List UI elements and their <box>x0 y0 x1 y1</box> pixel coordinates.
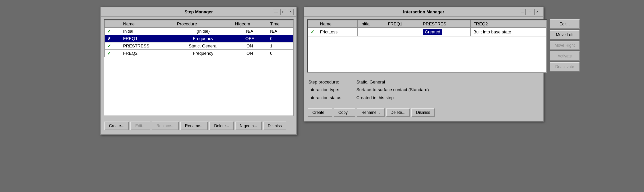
step-row-procedure: Static, General <box>174 42 232 50</box>
interaction-manager-controls: — □ × <box>520 9 540 15</box>
step-row-status: ✗ <box>105 35 120 42</box>
int-col-initial: Initial <box>358 20 385 28</box>
step-nigeom-btn[interactable]: NIgeom... <box>235 122 262 130</box>
info-step-procedure-value: Static, General <box>356 78 385 86</box>
interaction-manager-title: Interaction Manager <box>403 9 444 14</box>
int-move-right-btn: Move Right <box>550 41 580 50</box>
int-create-btn[interactable]: Create... <box>308 108 332 117</box>
step-delete-btn[interactable]: Delete... <box>209 122 234 130</box>
step-table-row[interactable]: ✗ FREQ1 Frequency OFF 0 <box>105 35 293 42</box>
step-row-time: 0 <box>267 35 293 42</box>
int-col-name: Name <box>317 20 358 28</box>
int-col-freq1: FREQ1 <box>385 20 420 28</box>
step-col-time: Time <box>267 20 293 28</box>
step-row-name: PRESTRESS <box>120 42 174 50</box>
step-table: Name Procedure NIgeom Time ✓ Initial {In… <box>104 20 293 57</box>
int-row-prestres: Created <box>420 28 470 36</box>
interaction-table-row[interactable]: ✓ FrictLess Created Built into base stat… <box>308 28 546 36</box>
interaction-manager-close-btn[interactable]: × <box>534 9 540 15</box>
step-row-nigeom: ON <box>232 50 267 57</box>
int-activate-btn: Activate <box>550 51 580 61</box>
step-manager-content: Name Procedure NIgeom Time ✓ Initial {In… <box>101 17 296 134</box>
step-row-procedure: Frequency <box>174 35 232 42</box>
interaction-manager-window: Interaction Manager — □ × Name Initial F… <box>304 7 544 122</box>
step-row-status: ✓ <box>105 50 120 57</box>
step-row-time: 1 <box>267 42 293 50</box>
int-deactivate-btn: Deactivate <box>550 62 580 71</box>
info-interaction-status-row: Interaction status: Created in this step <box>308 94 539 102</box>
step-manager-minimize-btn[interactable]: — <box>273 9 279 15</box>
step-row-time: 0 <box>267 50 293 57</box>
interaction-manager-content: Name Initial FREQ1 PRESTRES FREQ2 ✓ Fric… <box>304 17 543 121</box>
info-interaction-type-value: Surface-to-surface contact (Standard) <box>356 86 429 93</box>
step-table-row[interactable]: ✓ Initial {Initial} N/A N/A <box>105 28 293 35</box>
int-copy-btn[interactable]: Copy... <box>334 108 355 117</box>
int-delete-btn[interactable]: Delete... <box>386 108 410 117</box>
int-row-initial <box>358 28 385 36</box>
step-create-btn[interactable]: Create... <box>104 122 129 130</box>
int-row-name: FrictLess <box>317 28 358 36</box>
interaction-table-area: Name Initial FREQ1 PRESTRES FREQ2 ✓ Fric… <box>307 19 547 73</box>
int-row-freq1 <box>385 28 420 36</box>
step-row-procedure: {Initial} <box>174 28 232 35</box>
step-manager-controls: — □ × <box>273 9 294 15</box>
step-manager-maximize-btn[interactable]: □ <box>280 9 286 15</box>
info-step-procedure-row: Step procedure: Static, General <box>308 78 539 86</box>
interaction-table: Name Initial FREQ1 PRESTRES FREQ2 ✓ Fric… <box>308 20 546 36</box>
step-row-status: ✓ <box>105 28 120 35</box>
step-replace-btn: Replace... <box>152 122 179 130</box>
step-row-procedure: Frequency <box>174 50 232 57</box>
step-manager-window: Step Manager — □ × Name Procedure NIgeom… <box>100 7 297 135</box>
info-step-procedure-label: Step procedure: <box>308 78 355 86</box>
int-col-prestres: PRESTRES <box>420 20 470 28</box>
step-manager-close-btn[interactable]: × <box>288 9 294 15</box>
int-col-status <box>308 20 317 28</box>
step-col-procedure: Procedure <box>174 20 232 28</box>
info-interaction-status-value: Created in this step <box>356 94 394 102</box>
step-row-name: FREQ2 <box>120 50 174 57</box>
interaction-manager-title-bar: Interaction Manager — □ × <box>304 7 543 17</box>
info-interaction-type-label: Interaction type: <box>308 86 355 93</box>
step-manager-title: Step Manager <box>184 9 213 14</box>
interaction-manager-maximize-btn[interactable]: □ <box>527 9 533 15</box>
step-row-nigeom: ON <box>232 42 267 50</box>
step-row-nigeom: OFF <box>232 35 267 42</box>
info-interaction-type-row: Interaction type: Surface-to-surface con… <box>308 86 539 93</box>
step-row-status: ✓ <box>105 42 120 50</box>
info-interaction-status-label: Interaction status: <box>308 94 355 102</box>
int-dismiss-btn[interactable]: Dismiss <box>411 108 435 117</box>
int-rename-btn[interactable]: Rename... <box>357 108 384 117</box>
int-edit-btn[interactable]: Edit... <box>550 19 580 29</box>
step-button-bar: Create...Edit...Replace...Rename...Delet… <box>104 120 294 132</box>
interaction-main-area: Name Initial FREQ1 PRESTRES FREQ2 ✓ Fric… <box>307 19 540 73</box>
interaction-right-buttons: Edit...Move LeftMove RightActivateDeacti… <box>550 19 580 73</box>
step-manager-title-bar: Step Manager — □ × <box>101 7 296 17</box>
step-table-row[interactable]: ✓ PRESTRESS Static, General ON 1 <box>105 42 293 50</box>
step-table-row[interactable]: ✓ FREQ2 Frequency ON 0 <box>105 50 293 57</box>
step-dismiss-btn[interactable]: Dismiss <box>263 122 286 130</box>
interaction-button-bar: Create...Copy...Rename...Delete...Dismis… <box>307 107 540 118</box>
step-edit-btn: Edit... <box>130 122 150 130</box>
int-row-freq2: Built into base state <box>471 28 546 36</box>
step-col-name: Name <box>120 20 174 28</box>
interaction-info-area: Step procedure: Static, General Interact… <box>307 75 540 104</box>
int-move-left-btn[interactable]: Move Left <box>550 30 580 39</box>
step-col-status <box>105 20 120 28</box>
step-row-nigeom: N/A <box>232 28 267 35</box>
step-table-container: Name Procedure NIgeom Time ✓ Initial {In… <box>104 19 294 116</box>
int-col-freq2: FREQ2 <box>471 20 546 28</box>
step-col-nigeom: NIgeom <box>232 20 267 28</box>
interaction-table-container: Name Initial FREQ1 PRESTRES FREQ2 ✓ Fric… <box>307 19 547 73</box>
step-row-name: FREQ1 <box>120 35 174 42</box>
interaction-manager-minimize-btn[interactable]: — <box>520 9 526 15</box>
step-rename-btn[interactable]: Rename... <box>180 122 208 130</box>
step-row-name: Initial <box>120 28 174 35</box>
int-row-status: ✓ <box>308 28 317 36</box>
step-row-time: N/A <box>267 28 293 35</box>
